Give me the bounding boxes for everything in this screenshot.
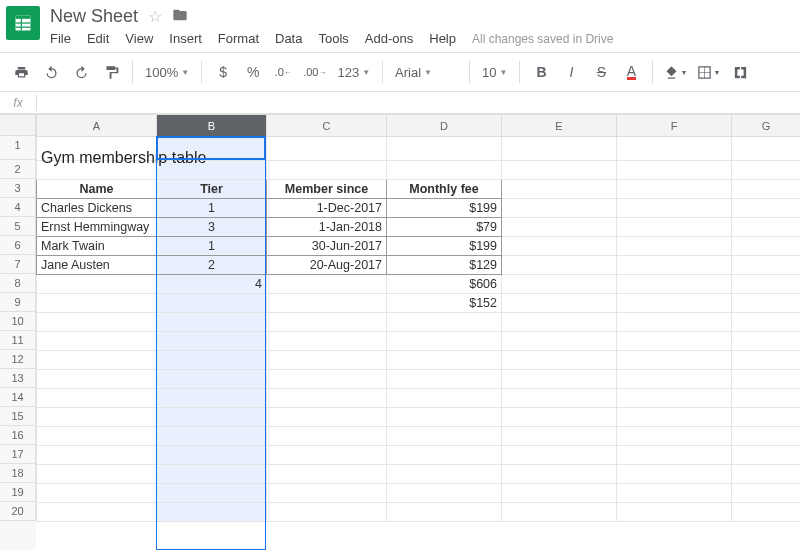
cell[interactable] [617,427,732,446]
cell[interactable] [37,389,157,408]
cell[interactable] [267,465,387,484]
cell[interactable] [617,332,732,351]
row-header[interactable]: 18 [0,464,36,483]
cell[interactable] [267,408,387,427]
row-header[interactable]: 8 [0,274,36,293]
cell[interactable] [732,332,801,351]
col-header-b[interactable]: B [157,115,267,137]
cell[interactable] [502,465,617,484]
cell[interactable]: 1-Dec-2017 [267,199,387,218]
menu-insert[interactable]: Insert [169,31,202,46]
folder-icon[interactable] [172,8,188,25]
row-header[interactable]: 9 [0,293,36,312]
row-header[interactable]: 11 [0,331,36,350]
cell[interactable] [732,180,801,199]
borders-button[interactable]: ▼ [694,58,723,86]
text-color-button[interactable]: A [618,58,644,86]
cell[interactable] [502,446,617,465]
cell[interactable] [732,199,801,218]
menu-data[interactable]: Data [275,31,302,46]
cell[interactable] [37,446,157,465]
cell[interactable] [387,446,502,465]
cell[interactable] [387,427,502,446]
cell[interactable]: $199 [387,199,502,218]
cell[interactable] [617,161,732,180]
cell[interactable]: 1 [157,199,267,218]
cell[interactable] [267,484,387,503]
cell[interactable] [617,256,732,275]
cell[interactable] [387,484,502,503]
cell[interactable] [37,370,157,389]
cell[interactable] [387,332,502,351]
cell[interactable]: 20-Aug-2017 [267,256,387,275]
cell[interactable] [267,389,387,408]
cell[interactable] [387,313,502,332]
cell[interactable] [732,484,801,503]
cell[interactable] [502,218,617,237]
cell[interactable] [267,446,387,465]
cell[interactable]: 1-Jan-2018 [267,218,387,237]
menu-tools[interactable]: Tools [318,31,348,46]
paint-format-icon[interactable] [98,58,124,86]
cell[interactable] [502,313,617,332]
cell[interactable] [502,161,617,180]
cell[interactable] [157,427,267,446]
cell[interactable] [732,313,801,332]
cell[interactable]: Gym membership table [37,137,157,161]
cell[interactable] [267,503,387,522]
cell[interactable] [37,294,157,313]
merge-button[interactable] [727,58,753,86]
cell[interactable] [157,313,267,332]
cell[interactable] [37,275,157,294]
cell[interactable] [387,389,502,408]
cell[interactable] [732,465,801,484]
cell[interactable] [267,370,387,389]
cell[interactable] [617,389,732,408]
fontsize-dropdown[interactable]: 10▼ [478,65,511,80]
increase-decimal-button[interactable]: .00→ [300,58,329,86]
cell[interactable] [387,465,502,484]
row-header[interactable]: 17 [0,445,36,464]
cell[interactable] [267,427,387,446]
menu-edit[interactable]: Edit [87,31,109,46]
decrease-decimal-button[interactable]: .0← [270,58,296,86]
col-header-c[interactable]: C [267,115,387,137]
cell[interactable] [617,275,732,294]
cell[interactable] [387,503,502,522]
cell[interactable] [732,137,801,161]
cell[interactable] [387,351,502,370]
cell[interactable] [732,370,801,389]
formula-input[interactable] [37,93,800,113]
cell[interactable]: 30-Jun-2017 [267,237,387,256]
row-header[interactable]: 6 [0,236,36,255]
cell[interactable] [502,256,617,275]
cell[interactable] [37,351,157,370]
cell[interactable] [732,427,801,446]
cell[interactable] [502,389,617,408]
cell[interactable] [617,446,732,465]
cell[interactable] [732,351,801,370]
cell[interactable]: $79 [387,218,502,237]
row-header[interactable]: 7 [0,255,36,274]
cell[interactable] [267,294,387,313]
cell[interactable] [37,313,157,332]
col-header-f[interactable]: F [617,115,732,137]
cell[interactable]: Tier [157,180,267,199]
cell[interactable] [617,408,732,427]
cell[interactable] [157,294,267,313]
cell[interactable]: Mark Twain [37,237,157,256]
cell[interactable] [732,237,801,256]
cell[interactable] [502,294,617,313]
cell[interactable] [617,294,732,313]
cell[interactable] [502,427,617,446]
cell[interactable]: Monthly fee [387,180,502,199]
cell[interactable] [617,237,732,256]
row-header[interactable]: 19 [0,483,36,502]
row-header[interactable]: 1 [0,136,36,160]
cell[interactable] [502,180,617,199]
cell[interactable] [267,332,387,351]
col-header-a[interactable]: A [37,115,157,137]
cell[interactable] [37,408,157,427]
cell[interactable] [267,275,387,294]
cell[interactable] [732,446,801,465]
